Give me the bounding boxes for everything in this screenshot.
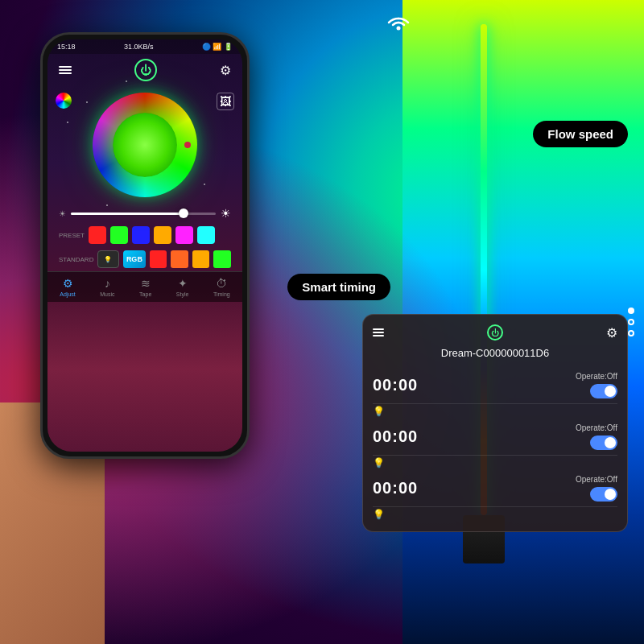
tp-menu-line-2 — [373, 332, 384, 333]
nav-style-icon: ✦ — [178, 277, 188, 290]
nav-style-label: Style — [176, 291, 189, 297]
timing-power-icon[interactable]: ⏻ — [487, 324, 503, 341]
color-wheel-section: 🖼 — [47, 86, 242, 204]
time-display-2[interactable]: 00:00 — [373, 427, 418, 446]
nav-adjust-label: Adjust — [60, 291, 75, 297]
power-icon: ⏻ — [140, 64, 151, 76]
smart-timing-label: Smart timing — [287, 274, 390, 300]
phone: 15:18 31.0KB/s 🔵 📶 🔋 ⏻ ⚙ 🖼 — [40, 32, 250, 459]
timing-settings-icon[interactable]: ⚙ — [606, 325, 617, 341]
slider-thumb[interactable] — [179, 208, 188, 218]
preset-red[interactable] — [89, 226, 106, 244]
mode-bulb-btn[interactable]: 💡 — [97, 250, 120, 268]
app-header: ⏻ ⚙ — [47, 54, 242, 86]
operate-section-1: Operate:Off — [576, 372, 617, 398]
brightness-slider[interactable] — [71, 213, 216, 215]
timing-row-1: 00:00 Operate:Off — [373, 367, 617, 404]
time-value-1: 00:00 — [373, 376, 418, 394]
time-value-3: 00:00 — [373, 479, 418, 497]
toggle-switch-3[interactable] — [590, 487, 617, 502]
color-wheel-area[interactable] — [47, 86, 242, 204]
wifi-icon — [386, 12, 411, 36]
preset-cyan[interactable] — [197, 226, 215, 244]
svg-point-0 — [397, 27, 401, 31]
timing-panel: ⏻ ⚙ Dream-C000000011D6 00:00 Operate:Off… — [362, 314, 628, 532]
flow-speed-text: Flow speed — [547, 127, 613, 141]
mode-rgb-btn[interactable]: RGB — [123, 250, 145, 268]
bulb-icon-1: 💡 — [373, 406, 385, 417]
time-display-3[interactable]: 00:00 — [373, 479, 418, 497]
standard-label: STANDARD — [59, 256, 93, 263]
timing-panel-header: ⏻ ⚙ — [373, 324, 617, 341]
operate-label-2: Operate:Off — [576, 423, 617, 432]
preset-orange[interactable] — [154, 226, 171, 244]
status-bar: 15:18 31.0KB/s 🔵 📶 🔋 — [47, 39, 242, 54]
toggle-knob-3 — [605, 489, 616, 500]
bottom-nav: ⚙ Adjust ♪ Music ≋ Tape ✦ Style ⏱ Timing — [47, 271, 242, 302]
standard-row: STANDARD 💡 RGB — [47, 247, 242, 271]
settings-icon[interactable]: ⚙ — [220, 63, 231, 78]
bulb-row-2: 💡 — [373, 456, 617, 470]
tp-menu-line-3 — [373, 335, 384, 336]
flow-speed-label: Flow speed — [533, 121, 628, 147]
timing-menu-icon[interactable] — [373, 328, 384, 336]
preset-magenta[interactable] — [175, 226, 193, 244]
operate-label-3: Operate:Off — [576, 475, 617, 484]
operate-label-1: Operate:Off — [576, 372, 617, 381]
tp-menu-line-1 — [373, 328, 384, 330]
dot-1-filled — [628, 308, 634, 314]
nav-adjust[interactable]: ⚙ Adjust — [60, 277, 75, 297]
nav-timing-icon: ⏱ — [216, 277, 227, 290]
timing-row-2: 00:00 Operate:Off — [373, 419, 617, 456]
status-data: 31.0KB/s — [124, 43, 154, 51]
nav-tape-label: Tape — [139, 291, 151, 297]
menu-line-3 — [59, 72, 72, 74]
wheel-selector-dot — [184, 142, 191, 148]
status-icons: 🔵 📶 🔋 — [202, 43, 233, 51]
bulb-icon-3: 💡 — [373, 509, 385, 520]
power-button[interactable]: ⏻ — [134, 59, 157, 81]
slider-fill — [71, 213, 180, 215]
preset-blue[interactable] — [132, 226, 150, 244]
time-value-2: 00:00 — [373, 427, 418, 445]
nav-style[interactable]: ✦ Style — [176, 277, 189, 297]
nav-timing-label: Timing — [213, 291, 230, 297]
status-time: 15:18 — [57, 43, 76, 51]
dot-3-empty — [628, 330, 634, 336]
bulb-icon-2: 💡 — [373, 457, 385, 469]
timing-time-3: 00:00 — [373, 479, 418, 497]
timing-time-2: 00:00 — [373, 427, 418, 446]
toggle-knob-2 — [605, 437, 616, 448]
bulb-row-1: 💡 — [373, 404, 617, 419]
nav-tape-icon: ≋ — [141, 277, 151, 290]
toggle-switch-1[interactable] — [590, 384, 617, 398]
operate-section-3: Operate:Off — [576, 475, 617, 502]
device-name-text: Dream-C000000011D6 — [441, 347, 549, 359]
dot-2-empty — [628, 319, 634, 325]
time-display-1[interactable]: 00:00 — [373, 376, 418, 394]
dots-indicator — [628, 308, 634, 336]
toggle-knob-1 — [605, 386, 616, 397]
timing-row-3: 00:00 Operate:Off — [373, 470, 617, 507]
timing-time-1: 00:00 — [373, 376, 418, 394]
smart-timing-text: Smart timing — [302, 280, 376, 294]
toggle-switch-2[interactable] — [590, 436, 617, 450]
nav-timing[interactable]: ⏱ Timing — [213, 277, 230, 297]
menu-icon[interactable] — [59, 66, 72, 74]
phone-screen: 15:18 31.0KB/s 🔵 📶 🔋 ⏻ ⚙ 🖼 — [47, 39, 242, 452]
nav-music[interactable]: ♪ Music — [100, 277, 114, 297]
std-red[interactable] — [150, 250, 167, 268]
preset-row: PRESET — [47, 223, 242, 247]
color-wheel-center — [113, 113, 177, 177]
std-green[interactable] — [213, 250, 231, 268]
preset-green[interactable] — [110, 226, 128, 244]
bulb-row-3: 💡 — [373, 507, 617, 522]
color-wheel[interactable] — [93, 93, 197, 197]
std-yellow[interactable] — [192, 250, 210, 268]
nav-tape[interactable]: ≋ Tape — [139, 277, 151, 297]
brightness-row: ☀ ☀ — [47, 204, 242, 223]
preset-label: PRESET — [59, 232, 85, 239]
brightness-min-icon: ☀ — [59, 209, 66, 218]
nav-music-icon: ♪ — [105, 277, 110, 290]
std-orange[interactable] — [171, 250, 188, 268]
